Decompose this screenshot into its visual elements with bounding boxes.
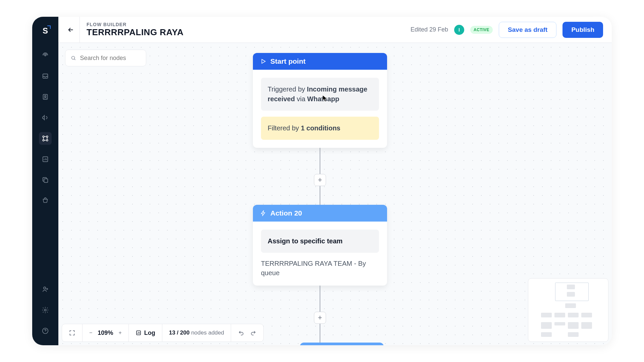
sidebar-settings-icon[interactable] [39,304,52,316]
filter-info: Filtered by 1 conditions [261,117,379,140]
status-badge: ACTIVE [470,26,493,34]
avatar[interactable]: I [454,25,464,35]
sidebar-copy-icon[interactable] [39,174,52,186]
zoom-out-button[interactable]: − [89,330,92,336]
node-action-title: Action 20 [270,209,302,217]
svg-point-6 [43,139,44,141]
action-detail: TERRRRPALING RAYA TEAM - By queue [261,259,379,278]
app-logo: S [43,26,48,36]
svg-rect-9 [44,179,48,182]
connector-line [320,186,320,205]
sidebar: S [32,17,58,345]
node-search[interactable] [65,50,146,66]
edited-label: Edited 29 Feb [411,26,448,33]
sidebar-contact-icon[interactable] [39,90,52,103]
svg-point-7 [46,139,48,141]
node-start-title: Start point [270,57,306,65]
zoom-in-button[interactable]: + [118,330,121,336]
node-start[interactable]: Start point Triggered by Incoming messag… [253,53,387,148]
svg-point-0 [45,55,46,56]
search-input[interactable] [80,55,141,62]
action-label: Assign to specific team [261,230,379,253]
sidebar-inbox-icon[interactable] [39,70,52,82]
svg-point-3 [45,96,46,97]
connector-line [320,148,320,174]
play-icon [260,58,266,64]
page-title: TERRRRPALING RAYA [87,27,183,38]
bolt-icon [260,210,266,216]
fullscreen-button[interactable] [69,329,75,336]
add-node-button[interactable]: + [314,312,326,324]
minimap[interactable] [528,278,608,342]
trigger-info: Triggered by Incoming message received v… [261,78,379,111]
nodes-count: 13 / 200 nodes added [169,329,224,336]
node-action-20[interactable]: Action 20 Assign to specific team TERRRR… [253,205,387,286]
search-icon [71,55,76,61]
publish-button[interactable]: Publish [562,22,603,38]
flow-canvas[interactable]: Start point Triggered by Incoming messag… [58,43,612,345]
zoom-value: 109% [98,329,113,337]
svg-point-4 [43,136,44,137]
connector-line [320,324,320,343]
sidebar-flow-icon[interactable] [39,132,52,145]
topbar: FLOW BUILDER TERRRRPALING RAYA Edited 29… [58,17,612,43]
connector-line [320,286,320,312]
svg-point-5 [46,136,48,137]
sidebar-analytics-icon[interactable] [39,153,52,166]
redo-button[interactable] [250,329,257,336]
sidebar-cart-icon[interactable] [39,194,52,207]
sidebar-megaphone-icon[interactable] [39,111,52,124]
svg-rect-1 [43,74,48,78]
svg-point-13 [72,56,75,59]
svg-point-10 [44,287,46,289]
sidebar-help-icon[interactable] [39,324,52,337]
sidebar-broadcast-icon[interactable] [39,49,52,62]
node-action-partial[interactable] [300,343,384,345]
save-draft-button[interactable]: Save as draft [499,22,556,38]
svg-point-11 [44,309,46,311]
add-node-button[interactable]: + [314,174,326,186]
breadcrumb: FLOW BUILDER [87,22,183,27]
undo-button[interactable] [238,329,245,336]
bottom-toolbar: − 109% + Log 13 / 200 nodes added [62,324,264,342]
sidebar-user-add-icon[interactable] [39,283,52,296]
back-button[interactable] [62,17,80,43]
log-button[interactable]: Log [136,329,155,337]
